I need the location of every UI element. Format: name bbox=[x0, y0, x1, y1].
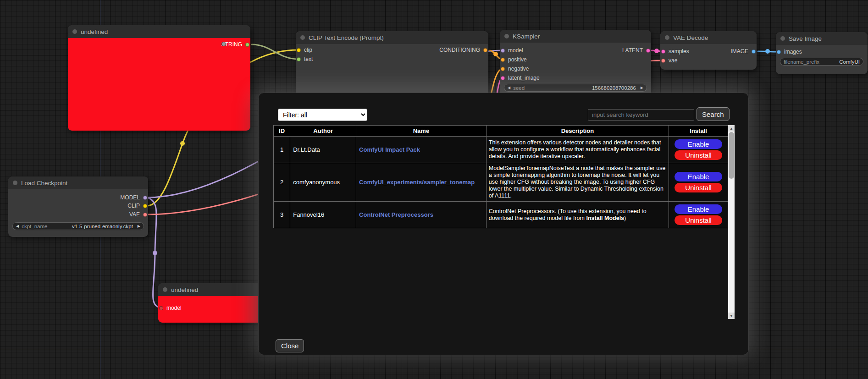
scrollbar[interactable]: ▲ ▼ bbox=[728, 125, 735, 319]
input-slot-images: images bbox=[777, 47, 802, 56]
input-socket-model[interactable] bbox=[501, 49, 505, 53]
scroll-down-icon[interactable]: ▼ bbox=[728, 313, 735, 319]
table-row: 2 comfyanonymous ComfyUI_experiments/sam… bbox=[274, 163, 728, 202]
node-save-image[interactable]: Save Image images filename_prefix ComfyU… bbox=[776, 32, 868, 74]
input-slot-text: text bbox=[297, 55, 313, 64]
input-socket-negative[interactable] bbox=[501, 67, 505, 71]
collapse-dot[interactable] bbox=[300, 35, 305, 40]
node-body: samples vae IMAGE bbox=[660, 44, 757, 70]
seed-widget[interactable]: ◀ seed 156680208700286 ▶ bbox=[504, 84, 647, 92]
input-slot-samples: samples bbox=[661, 47, 689, 56]
uninstall-button[interactable]: Uninstall bbox=[674, 183, 722, 192]
scrollbar-thumb[interactable] bbox=[729, 132, 734, 179]
node-vae-decode[interactable]: VAE Decode samples vae IMAGE bbox=[660, 31, 757, 70]
node-title: undefined bbox=[171, 286, 198, 293]
node-clip-text-encode[interactable]: CLIP Text Encode (Prompt) clip text COND… bbox=[296, 31, 488, 100]
wire-string-text bbox=[252, 44, 298, 59]
increment-icon[interactable]: ▶ bbox=[641, 86, 643, 90]
output-socket-conditioning[interactable] bbox=[483, 48, 487, 52]
reroute-dot-latent[interactable] bbox=[654, 49, 659, 53]
node-title-bar[interactable]: VAE Decode bbox=[660, 31, 757, 44]
node-load-checkpoint[interactable]: Load Checkpoint MODEL CLIP VAE ◀ ckpt_na… bbox=[8, 176, 148, 237]
node-title-bar[interactable]: CLIP Text Encode (Prompt) bbox=[296, 31, 488, 44]
filename-prefix-widget[interactable]: filename_prefix ComfyUI bbox=[780, 58, 863, 66]
input-socket-clip[interactable] bbox=[297, 48, 301, 52]
node-undefined-bottom[interactable]: undefined model bbox=[158, 283, 263, 323]
collapse-dot[interactable] bbox=[504, 34, 509, 38]
reroute-dot-image[interactable] bbox=[765, 49, 770, 54]
output-slot-image: IMAGE bbox=[730, 47, 756, 56]
reroute-dot-model[interactable] bbox=[153, 251, 157, 255]
node-title-bar[interactable]: Save Image bbox=[776, 32, 868, 45]
collapse-dot[interactable] bbox=[72, 29, 77, 34]
input-socket-positive[interactable] bbox=[501, 58, 505, 62]
close-button[interactable]: Close bbox=[276, 339, 304, 352]
table-row: 3 Fannovel16 ControlNet Preprocessors Co… bbox=[274, 202, 728, 228]
reroute-dot-gray[interactable] bbox=[221, 42, 226, 46]
output-socket-string[interactable] bbox=[245, 43, 249, 47]
extension-link[interactable]: ControlNet Preprocessors bbox=[359, 211, 433, 218]
prev-icon[interactable]: ◀ bbox=[16, 224, 19, 228]
output-slot-vae: VAE bbox=[129, 210, 147, 219]
enable-button[interactable]: Enable bbox=[674, 204, 722, 214]
output-slot-conditioning: CONDITIONING bbox=[439, 45, 487, 55]
search-input[interactable] bbox=[588, 109, 694, 121]
output-socket-vae[interactable] bbox=[143, 213, 147, 217]
output-socket-latent[interactable] bbox=[646, 49, 650, 53]
collapse-dot[interactable] bbox=[13, 181, 17, 185]
output-socket-clip[interactable] bbox=[143, 204, 147, 208]
node-title-bar[interactable]: KSampler bbox=[500, 30, 651, 43]
extension-link[interactable]: ComfyUI_experiments/sampler_tonemap bbox=[359, 179, 475, 186]
table-header-row: ID Author Name Description Install bbox=[274, 126, 728, 137]
decrement-icon[interactable]: ◀ bbox=[508, 86, 510, 90]
node-title-bar[interactable]: undefined bbox=[158, 283, 263, 296]
node-body: model positive negative latent_image LAT… bbox=[500, 43, 651, 96]
node-title: Load Checkpoint bbox=[21, 180, 67, 187]
search-button[interactable]: Search bbox=[697, 107, 730, 121]
input-slot-model: model bbox=[501, 46, 523, 55]
collapse-dot[interactable] bbox=[780, 36, 785, 41]
node-title: KSampler bbox=[513, 33, 540, 40]
node-body: images filename_prefix ComfyUI bbox=[776, 45, 868, 74]
input-socket-text[interactable] bbox=[297, 57, 301, 61]
node-body: clip text CONDITIONING bbox=[296, 44, 488, 100]
collapse-dot[interactable] bbox=[665, 35, 669, 40]
node-title: undefined bbox=[81, 28, 108, 35]
output-socket-model[interactable] bbox=[143, 196, 147, 200]
collapse-dot[interactable] bbox=[163, 287, 167, 292]
widget-label: filename_prefix bbox=[784, 59, 819, 65]
input-slot-negative: negative bbox=[501, 64, 529, 73]
enable-button[interactable]: Enable bbox=[674, 139, 722, 149]
node-body: model bbox=[158, 296, 263, 323]
reroute-dot-clip[interactable] bbox=[180, 141, 185, 146]
uninstall-button[interactable]: Uninstall bbox=[674, 215, 722, 225]
input-socket-model[interactable] bbox=[159, 306, 163, 310]
reroute-dot-conditioning[interactable] bbox=[493, 52, 498, 56]
next-icon[interactable]: ▶ bbox=[138, 224, 140, 228]
input-slot-vae: vae bbox=[661, 56, 677, 65]
extension-link[interactable]: ComfyUI Impact Pack bbox=[359, 146, 420, 153]
uninstall-button[interactable]: Uninstall bbox=[674, 150, 722, 160]
graph-canvas[interactable]: undefined STRING CLIP Text Encode (Promp… bbox=[0, 0, 868, 379]
input-socket-samples[interactable] bbox=[661, 49, 665, 54]
enable-button[interactable]: Enable bbox=[674, 172, 722, 181]
input-socket-images[interactable] bbox=[777, 50, 781, 54]
input-slot-latent-image: latent_image bbox=[501, 73, 540, 82]
node-body: STRING bbox=[68, 38, 250, 131]
input-socket-latent-image[interactable] bbox=[501, 76, 505, 80]
node-undefined-top[interactable]: undefined STRING bbox=[68, 25, 250, 131]
output-slot-clip: CLIP bbox=[127, 201, 147, 210]
ckpt-name-widget[interactable]: ◀ ckpt_name v1-5-pruned-emaonly.ckpt ▶ bbox=[12, 222, 144, 230]
scroll-up-icon[interactable]: ▲ bbox=[728, 125, 735, 132]
node-title-bar[interactable]: undefined bbox=[68, 25, 250, 38]
output-socket-image[interactable] bbox=[752, 49, 756, 54]
table-row: 1 Dr.Lt.Data ComfyUI Impact Pack This ex… bbox=[274, 137, 728, 163]
node-body: MODEL CLIP VAE ◀ ckpt_name v1-5-pruned-e… bbox=[8, 189, 148, 237]
input-socket-vae[interactable] bbox=[661, 59, 665, 63]
node-ksampler[interactable]: KSampler model positive negative latent_… bbox=[500, 30, 651, 96]
output-slot-latent: LATENT bbox=[622, 46, 650, 55]
extension-table-wrap: ID Author Name Description Install 1 Dr.… bbox=[273, 125, 735, 319]
filter-select[interactable]: Filter: all bbox=[278, 109, 367, 121]
node-title: VAE Decode bbox=[673, 34, 708, 41]
node-title-bar[interactable]: Load Checkpoint bbox=[8, 176, 148, 189]
